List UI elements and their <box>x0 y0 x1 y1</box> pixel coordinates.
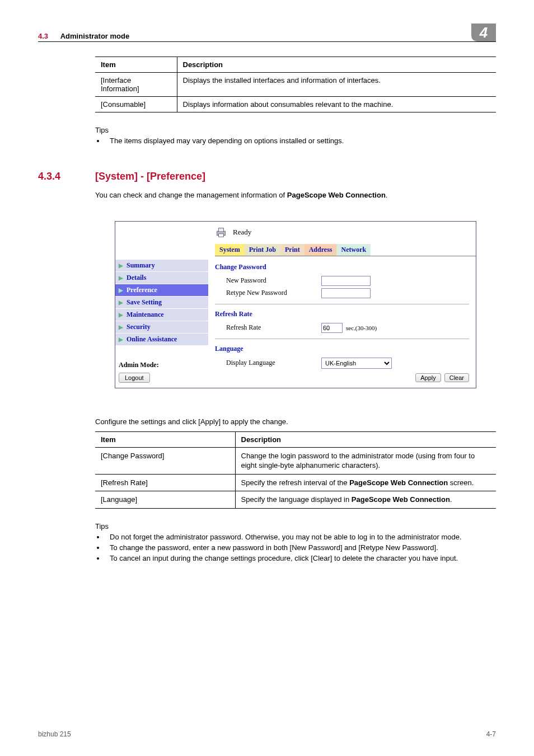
display-language-select[interactable]: UK-English <box>321 358 392 369</box>
clear-button[interactable]: Clear <box>444 373 469 382</box>
tips-list: The items displayed may vary depending o… <box>95 137 496 145</box>
sidebar-item-preference[interactable]: ▶Preference <box>115 284 208 296</box>
tips-list: Do not forget the administrator password… <box>95 533 496 562</box>
status-text: Ready <box>233 228 251 237</box>
tab-print-job[interactable]: Print Job <box>245 244 280 256</box>
divider <box>215 339 469 339</box>
tab-address[interactable]: Address <box>305 244 337 256</box>
page-footer: bizhub 215 4-7 <box>38 730 496 738</box>
display-language-label: Display Language <box>215 359 321 367</box>
main-panel: Change Password New Password Retype New … <box>208 256 476 388</box>
subsection-heading: 4.3.4 [System] - [Preference] <box>95 171 496 182</box>
tab-print[interactable]: Print <box>280 244 305 256</box>
config-instruction: Configure the settings and click [Apply]… <box>95 417 496 426</box>
table-row: [Consumable] Displays information about … <box>95 97 496 112</box>
header-left: 4.3 Administrator mode <box>38 32 129 40</box>
status-bar: Ready <box>115 222 476 244</box>
tips-item: Do not forget the administrator password… <box>105 533 496 541</box>
chapter-badge: 4 <box>471 24 496 41</box>
section-number: 4.3 <box>38 32 48 40</box>
subsection-title: [System] - [Preference] <box>95 171 205 182</box>
svg-rect-1 <box>218 228 223 232</box>
sidebar-item-save-setting[interactable]: ▶Save Setting <box>115 297 208 308</box>
table2-header-item: Item <box>95 431 235 447</box>
chevron-right-icon: ▶ <box>119 299 123 306</box>
chevron-right-icon: ▶ <box>119 336 123 342</box>
table-row: [Language] Specify the language displaye… <box>95 491 496 509</box>
chevron-right-icon: ▶ <box>119 262 123 269</box>
footer-left: bizhub 215 <box>38 730 71 738</box>
group-language-title: Language <box>215 345 469 353</box>
retype-password-input[interactable] <box>321 288 371 298</box>
tab-network[interactable]: Network <box>336 244 371 256</box>
intro-text: You can check and change the management … <box>95 190 496 201</box>
sidebar-item-summary[interactable]: ▶Summary <box>115 260 208 271</box>
table1-header-desc: Description <box>177 57 496 73</box>
sidebar-item-label: Save Setting <box>127 298 162 307</box>
tips-label: Tips <box>95 126 496 134</box>
tips-item: The items displayed may vary depending o… <box>105 137 496 145</box>
footer-right: 4-7 <box>486 730 496 738</box>
table1-header-item: Item <box>95 57 177 73</box>
table2-header-desc: Description <box>235 431 496 447</box>
chevron-right-icon: ▶ <box>119 324 123 330</box>
admin-mode-label: Admin Mode: <box>119 361 208 369</box>
section-title: Administrator mode <box>60 32 130 40</box>
row-refresh-rate: Refresh Rate sec.(30-300) <box>215 323 469 333</box>
printer-icon <box>215 226 227 238</box>
table-row: [Change Password] Change the login passw… <box>95 447 496 474</box>
sidebar-item-label: Details <box>127 274 146 282</box>
page-header: 4.3 Administrator mode 4 <box>38 24 496 42</box>
chevron-right-icon: ▶ <box>119 287 123 293</box>
sidebar-item-online-assistance[interactable]: ▶Online Assistance <box>115 334 208 345</box>
refresh-rate-input[interactable] <box>321 323 343 333</box>
new-password-input[interactable] <box>321 276 371 286</box>
group-change-password-title: Change Password <box>215 263 469 271</box>
sidebar-item-label: Preference <box>127 286 157 294</box>
tips-item: To change the password, enter a new pass… <box>105 543 496 552</box>
apply-button[interactable]: Apply <box>415 373 441 382</box>
tips-label: Tips <box>95 522 496 530</box>
retype-password-label: Retype New Password <box>215 289 321 297</box>
logout-button[interactable]: Logout <box>119 373 150 383</box>
sidebar-item-security[interactable]: ▶Security <box>115 321 208 333</box>
table-row: [Interface Information] Displays the ins… <box>95 73 496 97</box>
svg-rect-2 <box>218 234 223 237</box>
interface-table: Item Description [Interface Information]… <box>95 57 496 112</box>
divider <box>215 304 469 304</box>
row-language: Display Language UK-English <box>215 358 469 369</box>
sidebar-item-label: Maintenance <box>127 311 164 319</box>
chevron-right-icon: ▶ <box>119 275 123 281</box>
row-new-password: New Password <box>215 276 469 286</box>
sidebar-item-label: Security <box>127 323 151 331</box>
sidebar-item-details[interactable]: ▶Details <box>115 272 208 284</box>
settings-table: Item Description [Change Password] Chang… <box>95 431 496 509</box>
sidebar: ▶Summary ▶Details ▶Preference ▶Save Sett… <box>115 256 208 388</box>
chevron-right-icon: ▶ <box>119 312 123 318</box>
refresh-rate-label: Refresh Rate <box>215 323 321 332</box>
sidebar-item-maintenance[interactable]: ▶Maintenance <box>115 309 208 321</box>
tab-bar: System Print Job Print Address Network <box>215 244 476 256</box>
table-row: [Refresh Rate] Specify the refresh inter… <box>95 474 496 491</box>
sidebar-item-label: Summary <box>127 261 155 270</box>
preference-screenshot: Ready System Print Job Print Address Net… <box>115 221 476 388</box>
group-refresh-rate-title: Refresh Rate <box>215 310 469 318</box>
refresh-rate-unit: sec.(30-300) <box>346 325 377 331</box>
button-row: Apply Clear <box>215 373 469 382</box>
row-retype-password: Retype New Password <box>215 288 469 298</box>
subsection-number: 4.3.4 <box>38 171 95 182</box>
tips-item: To cancel an input during the change set… <box>105 554 496 562</box>
tab-system[interactable]: System <box>215 244 245 256</box>
new-password-label: New Password <box>215 276 321 285</box>
sidebar-item-label: Online Assistance <box>127 335 177 344</box>
